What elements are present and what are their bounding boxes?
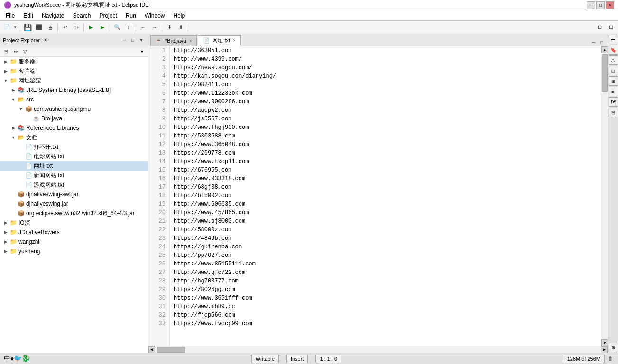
tree-item-file1[interactable]: ▶ 📄 打不开.txt	[0, 142, 148, 152]
menu-help[interactable]: Help	[170, 11, 189, 20]
hscroll-thumb[interactable]	[157, 347, 185, 353]
undo-button[interactable]: ↩	[60, 22, 70, 33]
vscroll-down-button[interactable]: ▼	[601, 339, 608, 346]
new-button[interactable]: 📄	[2, 22, 12, 33]
minimize-button[interactable]: ─	[587, 1, 595, 9]
right-panel-bottom-btn[interactable]: ⊕	[609, 343, 618, 352]
new-dropdown[interactable]: ▼	[12, 22, 18, 33]
code-content[interactable]: http://363051.com http://www.4399.com/ h…	[170, 46, 601, 346]
right-panel-btn-7[interactable]: 🗺	[609, 97, 618, 107]
tab-url-close[interactable]: ×	[233, 38, 236, 43]
tree-item-jar2[interactable]: ▶ 📦 djnativeswing.jar	[0, 199, 148, 209]
toggle-services[interactable]: ▶	[2, 59, 9, 64]
open-perspective-button[interactable]: ⊟	[606, 22, 616, 33]
toggle-reflibs[interactable]: ▶	[9, 126, 17, 130]
sidebar-view-menu[interactable]: ▾	[138, 47, 146, 56]
tree-item-reflibs[interactable]: ▶ 📚 Referenced Libraries	[0, 123, 148, 133]
maximize-button[interactable]: □	[596, 1, 605, 9]
gc-button[interactable]: 🗑	[607, 355, 614, 363]
menu-window[interactable]: Window	[141, 11, 169, 20]
editor-maximize-button[interactable]: □	[598, 38, 606, 46]
filter-button[interactable]: ▽	[21, 47, 29, 56]
toggle-src[interactable]: ▼	[9, 97, 17, 102]
next-edit-button[interactable]: →	[149, 22, 160, 33]
toggle-yusheng[interactable]: ▶	[2, 249, 9, 254]
tab-url-txt[interactable]: 📄 网址.txt ×	[198, 35, 241, 46]
toggle-bro[interactable]: ▶	[25, 116, 32, 121]
tree-item-jar3[interactable]: ▶ 📦 org.eclipse.swt.win32.win32.x86_64-4…	[0, 209, 148, 218]
tree-item-package[interactable]: ▼ 📦 com.yusheng.xiangmu	[0, 104, 148, 114]
statusbar-memory[interactable]: 128M of 256M	[563, 355, 605, 363]
toggle-wangzhi[interactable]: ▶	[2, 239, 9, 244]
tab-bro-close[interactable]: ×	[189, 38, 192, 44]
editor-minimize-button[interactable]: ─	[590, 38, 597, 46]
right-panel-btn-6[interactable]: ≡	[609, 87, 618, 96]
tree-item-file3[interactable]: ▶ 📄 网址.txt	[0, 161, 148, 171]
menu-navigate[interactable]: Navigate	[38, 11, 68, 20]
right-panel-btn-5[interactable]: ⊞	[609, 76, 618, 86]
save-all-button[interactable]: ⬛	[34, 22, 44, 33]
right-panel-btn-2[interactable]: 🔖	[609, 45, 618, 55]
tree-item-webident[interactable]: ▼ 📁 网址鉴定	[0, 76, 148, 85]
toggle-jdnative[interactable]: ▶	[2, 230, 9, 235]
editor-content[interactable]: 1 2 3 4 5 6 7 8 9 10 11 12 13 14 15 16 1	[148, 46, 608, 346]
prev-annot-button[interactable]: ⬆	[175, 22, 186, 33]
vscroll-track[interactable]	[601, 53, 608, 339]
tree-item-io[interactable]: ▶ 📁 IO流	[0, 218, 148, 228]
close-button[interactable]: ×	[606, 1, 614, 9]
tree-item-bro[interactable]: ▶ ☕ Bro.java	[0, 114, 148, 123]
tree-item-wangzhi[interactable]: ▶ 📁 wangzhi	[0, 237, 148, 246]
debug-button[interactable]: ▶	[86, 22, 96, 33]
tree-item-jdnative[interactable]: ▶ 📁 JDnativeBowers	[0, 228, 148, 237]
hscroll-right-button[interactable]: ▶	[601, 346, 608, 353]
toggle-jre[interactable]: ▶	[9, 88, 17, 92]
tree-item-docs[interactable]: ▼ 📂 文档	[0, 133, 148, 142]
right-panel-btn-4[interactable]: □	[609, 66, 618, 75]
right-panel-btn-8[interactable]: ⊟	[609, 108, 618, 117]
editor-horizontal-scrollbar[interactable]: ◀ ▶	[148, 346, 608, 353]
print-button[interactable]: 🖨	[45, 22, 55, 33]
editor-vertical-scrollbar[interactable]: ▲ ▼	[601, 46, 608, 346]
collapse-all-button[interactable]: ⊟	[2, 47, 10, 56]
tree-item-jar1[interactable]: ▶ 📦 djnativeswing-swt.jar	[0, 190, 148, 199]
right-panel-btn-3[interactable]: ⚠	[609, 55, 618, 65]
tree-item-yusheng[interactable]: ▶ 📁 yusheng	[0, 246, 148, 256]
hscroll-left-button[interactable]: ◀	[148, 346, 155, 353]
project-explorer-close-x[interactable]: ✕	[44, 37, 47, 43]
menu-search[interactable]: Search	[69, 11, 94, 20]
tree-item-jre[interactable]: ▶ 📚 JRE System Library [JavaSE-1.8]	[0, 85, 148, 95]
menu-file[interactable]: File	[2, 11, 18, 20]
tree-item-file4[interactable]: ▶ 📄 新闻网站.txt	[0, 171, 148, 180]
tree-item-src[interactable]: ▼ 📂 src	[0, 95, 148, 104]
tree-item-file5[interactable]: ▶ 📄 游戏网站.txt	[0, 180, 148, 190]
menu-run[interactable]: Run	[122, 11, 140, 20]
toggle-docs[interactable]: ▼	[9, 135, 17, 140]
save-button[interactable]: 💾	[22, 22, 33, 33]
prev-edit-button[interactable]: ←	[138, 22, 148, 33]
perspective-button[interactable]: ⊞	[594, 22, 605, 33]
right-panel-btn-1[interactable]: ☰	[609, 35, 618, 44]
tree-item-client[interactable]: ▶ 📁 客户端	[0, 66, 148, 76]
vscroll-up-button[interactable]: ▲	[601, 46, 608, 53]
link-editor-button[interactable]: ⇔	[11, 47, 20, 56]
menu-project[interactable]: Project	[95, 11, 120, 20]
view-menu-button[interactable]: ▼	[138, 36, 145, 44]
maximize-sidebar-button[interactable]: □	[129, 36, 137, 44]
toggle-client[interactable]: ▶	[2, 69, 9, 73]
tab-bro-java[interactable]: ☕ *Bro.java ×	[150, 35, 197, 46]
titlebar-controls[interactable]: ─ □ ×	[587, 1, 614, 9]
tree-item-services[interactable]: ▶ 📁 服务端	[0, 57, 148, 66]
vscroll-thumb[interactable]	[602, 54, 608, 92]
run-button[interactable]: ▶	[97, 22, 108, 33]
menu-edit[interactable]: Edit	[19, 11, 37, 20]
tree-item-file2[interactable]: ▶ 📄 电影网站.txt	[0, 152, 148, 161]
hscroll-track[interactable]	[155, 346, 601, 353]
toggle-io[interactable]: ▶	[2, 220, 9, 225]
search-button[interactable]: 🔍	[112, 22, 122, 33]
minimize-sidebar-button[interactable]: ─	[120, 36, 128, 44]
redo-button[interactable]: ↪	[71, 22, 82, 33]
toggle-webident[interactable]: ▼	[2, 78, 9, 83]
open-type-button[interactable]: T	[123, 22, 134, 33]
toggle-package[interactable]: ▼	[17, 107, 25, 111]
next-annot-button[interactable]: ⬇	[164, 22, 175, 33]
